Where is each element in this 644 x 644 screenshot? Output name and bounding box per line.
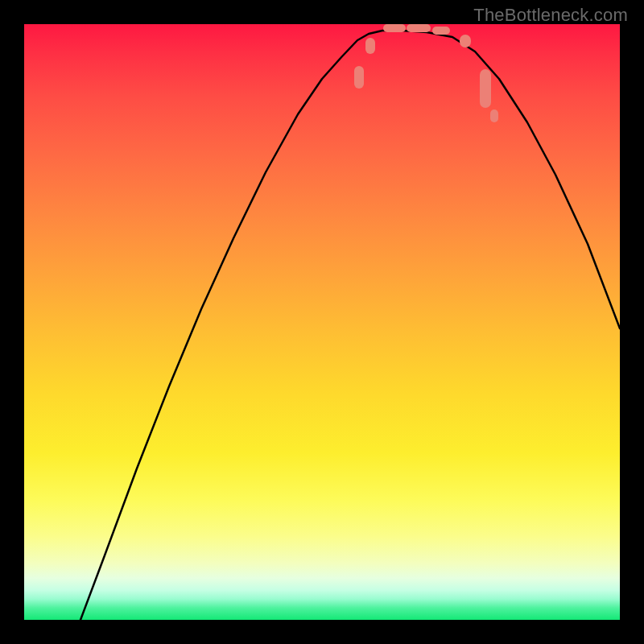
curve-markers <box>354 24 498 122</box>
bottleneck-curve <box>80 31 620 620</box>
chart-frame: TheBottleneck.com <box>0 0 644 644</box>
curve-marker <box>407 24 431 32</box>
curve-marker <box>480 69 491 108</box>
chart-svg <box>24 24 620 620</box>
curve-marker <box>383 24 406 32</box>
curve-marker <box>490 109 498 122</box>
plot-area <box>24 24 620 620</box>
curve-marker <box>460 35 471 47</box>
curve-marker <box>432 27 450 35</box>
watermark-text: TheBottleneck.com <box>473 5 628 26</box>
curve-marker <box>354 66 364 89</box>
curve-marker <box>365 38 375 54</box>
